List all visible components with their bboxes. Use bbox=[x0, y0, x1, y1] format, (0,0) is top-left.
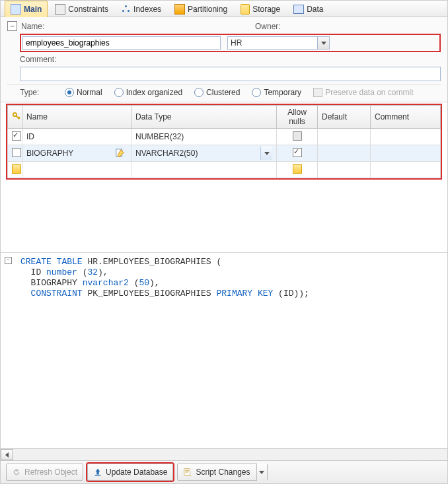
chevron-down-icon[interactable] bbox=[256, 464, 267, 481]
allownulls-cell[interactable] bbox=[277, 162, 318, 178]
storage-icon bbox=[241, 4, 250, 15]
checkbox-icon bbox=[293, 131, 302, 141]
type-temporary-radio[interactable]: Temporary bbox=[252, 88, 301, 97]
refresh-icon bbox=[12, 467, 21, 477]
checkbox-icon bbox=[293, 148, 302, 157]
tab-constraints[interactable]: Constraints bbox=[49, 1, 114, 17]
owner-select[interactable]: HR bbox=[227, 36, 330, 50]
name-input[interactable] bbox=[22, 36, 221, 50]
type-index-organized-radio[interactable]: Index organized bbox=[114, 88, 182, 97]
table-row[interactable]: ID NUMBER(32) bbox=[8, 129, 441, 145]
name-header[interactable]: Name bbox=[22, 106, 131, 129]
chevron-down-icon[interactable] bbox=[260, 147, 272, 160]
sql-line: BIOGRAPHY nvarchar2 (50), bbox=[5, 278, 446, 289]
allownulls-cell[interactable] bbox=[277, 129, 318, 145]
type-normal-label: Normal bbox=[77, 88, 102, 97]
owner-label: Owner: bbox=[255, 22, 281, 31]
column-datatype-cell[interactable]: NVARCHAR2(50) bbox=[131, 145, 277, 162]
indexes-icon bbox=[122, 5, 131, 14]
script-changes-button[interactable]: Script Changes bbox=[177, 464, 267, 481]
tab-main-label: Main bbox=[24, 5, 42, 14]
table-row-new[interactable] bbox=[8, 162, 441, 178]
default-cell[interactable] bbox=[318, 145, 371, 162]
comment-header[interactable]: Comment bbox=[371, 106, 441, 129]
comment-cell[interactable] bbox=[371, 162, 441, 178]
sql-line: ID number (32), bbox=[5, 267, 446, 278]
horizontal-scrollbar[interactable] bbox=[1, 448, 447, 460]
tab-constraints-label: Constraints bbox=[68, 5, 108, 14]
tab-indexes[interactable]: Indexes bbox=[116, 1, 167, 17]
type-index-organized-label: Index organized bbox=[126, 88, 182, 97]
radio-icon bbox=[194, 88, 204, 97]
default-cell[interactable] bbox=[318, 162, 371, 178]
key-cell[interactable] bbox=[8, 162, 22, 178]
collapse-button[interactable]: – bbox=[7, 21, 17, 31]
tab-indexes-label: Indexes bbox=[133, 5, 161, 14]
key-cell[interactable] bbox=[8, 129, 22, 145]
tab-bar: Main Constraints Indexes Partitioning St… bbox=[1, 1, 447, 17]
pk-checkbox-icon bbox=[12, 131, 21, 141]
default-header[interactable]: Default bbox=[318, 106, 371, 129]
type-normal-radio[interactable]: Normal bbox=[65, 88, 102, 97]
table-row[interactable]: BIOGRAPHY NVARCHAR2(50) bbox=[8, 145, 441, 162]
columns-grid-wrap: Name Data Type Allow nulls Default Comme… bbox=[6, 104, 442, 180]
pk-checkbox-icon bbox=[12, 148, 21, 157]
upper-blank-space bbox=[1, 180, 447, 253]
script-icon bbox=[183, 467, 192, 477]
type-temporary-label: Temporary bbox=[264, 88, 301, 97]
data-icon bbox=[293, 5, 304, 14]
upload-icon bbox=[93, 467, 102, 477]
refresh-object-label: Refresh Object bbox=[24, 467, 77, 477]
comment-cell[interactable] bbox=[371, 129, 441, 145]
sql-pane[interactable]: − CREATE TABLE HR.EMPLOYEES_BIOGRAPHIES … bbox=[1, 253, 447, 448]
owner-value: HR bbox=[227, 36, 317, 50]
columns-grid[interactable]: Name Data Type Allow nulls Default Comme… bbox=[7, 105, 441, 178]
key-icon bbox=[12, 112, 20, 120]
column-name-cell[interactable]: ID bbox=[22, 129, 131, 145]
column-name-cell[interactable] bbox=[22, 162, 131, 178]
fold-icon[interactable]: − bbox=[5, 257, 12, 264]
checkbox-icon bbox=[313, 88, 322, 97]
type-row: Type: Normal Index organized Clustered T… bbox=[7, 84, 441, 99]
column-name-cell[interactable]: BIOGRAPHY bbox=[22, 145, 131, 162]
new-row-icon bbox=[12, 164, 21, 174]
type-clustered-radio[interactable]: Clustered bbox=[194, 88, 240, 97]
tab-partitioning-label: Partitioning bbox=[188, 5, 227, 14]
table-icon bbox=[11, 4, 21, 15]
column-name-value: BIOGRAPHY bbox=[26, 149, 73, 158]
key-header bbox=[8, 106, 22, 129]
refresh-object-button: Refresh Object bbox=[6, 464, 83, 481]
columns-header-row: Name Data Type Allow nulls Default Comme… bbox=[8, 106, 441, 129]
comment-cell[interactable] bbox=[371, 145, 441, 162]
constraints-icon bbox=[55, 4, 65, 15]
preserve-checkbox: Preserve data on commit bbox=[313, 88, 413, 97]
radio-icon bbox=[65, 88, 74, 97]
edit-icon[interactable] bbox=[116, 149, 125, 158]
sql-line: CREATE TABLE HR.EMPLOYEES_BIOGRAPHIES ( bbox=[5, 257, 446, 267]
allownulls-cell[interactable] bbox=[277, 145, 318, 162]
svg-rect-2 bbox=[95, 475, 101, 475]
tab-storage[interactable]: Storage bbox=[235, 1, 286, 17]
type-clustered-label: Clustered bbox=[206, 88, 240, 97]
tab-main[interactable]: Main bbox=[5, 1, 48, 17]
update-database-button[interactable]: Update Database bbox=[87, 464, 173, 481]
key-cell[interactable] bbox=[8, 145, 22, 162]
datatype-header[interactable]: Data Type bbox=[131, 106, 277, 129]
tab-storage-label: Storage bbox=[252, 5, 280, 14]
scroll-left-icon[interactable] bbox=[1, 449, 13, 460]
name-label: Name: bbox=[21, 22, 44, 31]
tab-partitioning[interactable]: Partitioning bbox=[168, 1, 233, 17]
comment-input[interactable] bbox=[20, 67, 441, 81]
form-panel: – Name: Owner: HR Comment: Type: Normal … bbox=[1, 17, 447, 102]
script-changes-label: Script Changes bbox=[196, 467, 250, 477]
comment-label: Comment: bbox=[20, 55, 59, 64]
default-cell[interactable] bbox=[318, 129, 371, 145]
bottom-toolbar: Refresh Object Update Database Script Ch… bbox=[1, 460, 447, 483]
radio-icon bbox=[114, 88, 124, 97]
column-datatype-cell[interactable]: NUMBER(32) bbox=[131, 129, 277, 145]
allownulls-header[interactable]: Allow nulls bbox=[277, 106, 318, 129]
chevron-down-icon[interactable] bbox=[317, 36, 330, 50]
column-datatype-cell[interactable] bbox=[131, 162, 277, 178]
tab-data[interactable]: Data bbox=[287, 1, 329, 17]
radio-icon bbox=[252, 88, 261, 97]
